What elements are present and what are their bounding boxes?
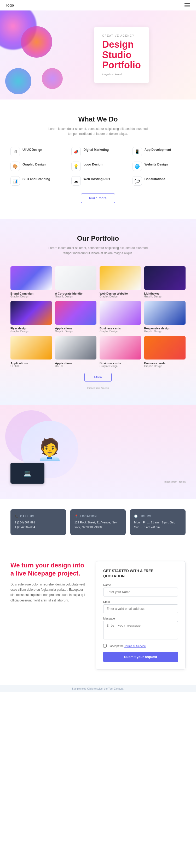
service-name: Graphic Design [23,163,46,166]
more-button[interactable]: More [84,373,112,381]
portfolio-thumb [144,336,186,360]
portfolio-item[interactable]: A Corporate Identity Graphic Design [55,266,97,298]
contact-card-info: 121 Rock Street, 21 Avenue, New York, NY… [75,520,122,530]
name-label: Name [103,583,178,587]
contact-card-info: Mon – Fri … 11 am – 8 pm, Sat,Sun … 6 am… [134,520,181,530]
footer-text: Sample text. Click to select the Text El… [72,687,124,690]
about-laptop-icon: 💻 [10,463,44,484]
contact-card-title: 📍 LOCATION [75,515,122,518]
service-item: ☁ Web Hosting Plus [71,176,124,186]
service-icon: 🌐 [132,161,142,171]
portfolio-item-category: Graphic Design [100,330,141,333]
email-label: Email [103,600,178,603]
terms-link[interactable]: Terms of Service [124,644,146,648]
portfolio-thumb-visual [10,336,52,360]
hero-section: CREATIVE AGENCY Design Studio Portfolio … [0,10,196,99]
service-icon: 🖥 [10,147,20,156]
portfolio-item-name: Applications [55,362,97,365]
portfolio-item-name: Business cards [100,327,141,330]
terms-checkbox[interactable] [103,644,107,648]
contact-card-info: 1 (234) 567-8911 (234) 987-654 [15,520,62,530]
contact-card: 📞 CALL US 1 (234) 567-8911 (234) 987-654 [10,509,66,535]
hero-subtitle: CREATIVE AGENCY [102,34,141,37]
portfolio-thumb [10,266,52,290]
portfolio-image-credit: Images from Freepik [10,387,186,390]
services-grid: 🖥 UI/UX Design 📣 Digital Marketing 📱 App… [10,147,186,186]
quote-form: GET STARTED WITH A FREE QUOTATION Name E… [96,561,186,670]
portfolio-item-name: A Corporate Identity [55,292,97,295]
portfolio-item[interactable]: Responsive design Graphic Design [144,301,186,333]
about-person-icon: 🧑‍💼 [37,439,63,460]
service-icon: ☁ [71,176,81,186]
message-textarea[interactable] [103,621,178,640]
portfolio-item[interactable]: Applications UI / UX [55,336,97,368]
about-images: 🧑‍💼 💻 [10,421,94,478]
hero-blob-4 [42,68,63,89]
portfolio-item-name: Responsive design [144,327,186,330]
service-item: 💬 Consultations [132,176,186,186]
what-we-do-desc: Lorem ipsum dolor sit amet, consectetur … [46,126,150,136]
what-we-do-section: What We Do Lorem ipsum dolor sit amet, c… [0,99,196,219]
portfolio-item-category: Graphic Design [144,295,186,298]
name-field-group: Name [103,583,178,596]
service-icon: 💡 [71,161,81,171]
service-name: UI/UX Design [23,148,42,152]
portfolio-item[interactable]: Applications Graphic Design [55,301,97,333]
portfolio-thumb [55,266,97,290]
portfolio-item[interactable]: Web Design Website Graphic Design [100,266,141,298]
service-item: 💡 Logo Design [71,161,124,171]
form-title: GET STARTED WITH A FREE [103,569,178,573]
portfolio-item-category: Graphic Design [55,330,97,333]
portfolio-item[interactable]: Applications UI / UX [10,336,52,368]
portfolio-item-name: Business cards [144,362,186,365]
learn-more-button[interactable]: learn more [81,193,115,203]
portfolio-item[interactable]: Flyer design Graphic Design [10,301,52,333]
logo: logo [6,3,14,7]
what-we-do-title: What We Do [10,115,186,123]
service-name: Digital Marketing [83,148,109,152]
portfolio-item[interactable]: Business cards Graphic Design [100,301,141,333]
portfolio-item[interactable]: Business cards Graphic Design [144,336,186,368]
service-name: Web Hosting Plus [83,177,110,181]
portfolio-item-name: Applications [10,362,52,365]
portfolio-thumb-visual [144,301,186,325]
service-icon: 💬 [132,176,142,186]
service-item: 🖥 UI/UX Design [10,147,64,156]
portfolio-item[interactable]: Brand Campaign Graphic Design [10,266,52,298]
header: logo [0,0,196,10]
portfolio-item-category: Graphic Design [10,330,52,333]
portfolio-item[interactable]: Lightboxes Graphic Design [144,266,186,298]
hero-card: CREATIVE AGENCY Design Studio Portfolio … [94,27,149,83]
message-label: Message [103,617,178,620]
form-subtitle: QUOTATION [103,574,178,578]
service-icon: 📊 [10,176,20,186]
service-name: SEO and Branding [23,177,50,181]
portfolio-item-name: Lightboxes [144,292,186,295]
menu-button[interactable] [185,3,190,7]
email-input[interactable] [103,604,178,613]
service-icon: 📱 [132,147,142,156]
portfolio-thumb-visual [100,336,141,360]
email-field-group: Email [103,600,178,613]
portfolio-thumb-visual [100,266,141,290]
portfolio-thumb [144,301,186,325]
hero-blob-3 [5,68,31,94]
service-item: 🎨 Graphic Design [10,161,64,171]
portfolio-thumb [10,336,52,360]
service-name: App Development [145,148,171,152]
terms-row: I accept the Terms of Service [103,644,178,648]
portfolio-thumb-visual [10,301,52,325]
portfolio-item-category: Graphic Design [100,295,141,298]
submit-button[interactable]: Submit your request [103,652,178,662]
name-input[interactable] [103,588,178,596]
contact-card: 🕐 HOURS Mon – Fri … 11 am – 8 pm, Sat,Su… [130,509,186,535]
portfolio-thumb [55,301,97,325]
quote-left: We turn your design into a live Nicepage… [10,561,85,603]
contact-card-title: 🕐 HOURS [134,515,181,518]
contact-icon: 📍 [75,515,78,518]
portfolio-item[interactable]: Business cards Graphic Design [100,336,141,368]
portfolio-item-category: Graphic Design [144,365,186,368]
service-item: 🌐 Website Design [132,161,186,171]
portfolio-item-name: Flyer design [10,327,52,330]
portfolio-thumb-visual [55,266,97,290]
